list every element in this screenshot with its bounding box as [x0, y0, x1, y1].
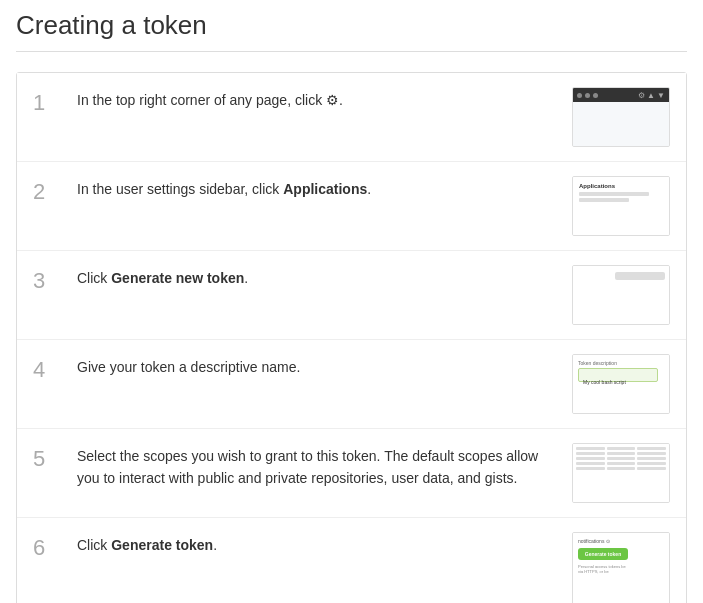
nav-dot-2 — [585, 93, 590, 98]
gen-title: notifications ⊙ — [578, 538, 664, 544]
scope-line — [637, 447, 666, 450]
step-number-6: 6 — [33, 532, 61, 564]
thumb-gen — [573, 266, 669, 324]
apps-label: Applications — [579, 183, 663, 189]
nav-dot-1 — [577, 93, 582, 98]
step-2-bold: Applications — [283, 181, 367, 197]
step-1-image: ⚙ ▲ ▼ — [572, 87, 670, 147]
step-row-2: 2 In the user settings sidebar, click Ap… — [17, 162, 686, 251]
step-4-text: Give your token a descriptive name. — [77, 359, 300, 375]
scope-line — [637, 452, 666, 455]
step-number-1: 1 — [33, 87, 61, 119]
step-content-5: Select the scopes you wish to grant to t… — [77, 443, 556, 490]
step-2-image: Applications — [572, 176, 670, 236]
scope-line — [576, 452, 605, 455]
step-5-image — [572, 443, 670, 503]
scope-line — [637, 467, 666, 470]
step-content-3: Click Generate new token. — [77, 265, 556, 289]
step-row-5: 5 Select the scopes you wish to grant to… — [17, 429, 686, 518]
step-number-5: 5 — [33, 443, 61, 475]
thumb-generate: notifications ⊙ Generate token Personal … — [573, 533, 669, 603]
step-3-text: Click Generate new token. — [77, 270, 248, 286]
scope-line — [637, 462, 666, 465]
scope-col-2 — [607, 447, 636, 499]
step-row-4: 4 Give your token a descriptive name. To… — [17, 340, 686, 429]
nav-gear-icon: ⚙ ▲ ▼ — [638, 91, 665, 100]
steps-container: 1 In the top right corner of any page, c… — [16, 72, 687, 603]
page-container: Creating a token 1 In the top right corn… — [0, 0, 703, 603]
step-row-3: 3 Click Generate new token. — [17, 251, 686, 340]
scope-col-3 — [637, 447, 666, 499]
step-5-text: Select the scopes you wish to grant to t… — [77, 448, 538, 486]
thumb-apps: Applications — [573, 177, 669, 235]
step-row-1: 1 In the top right corner of any page, c… — [17, 73, 686, 162]
scope-col-1 — [576, 447, 605, 499]
desc-label: Token description — [578, 360, 664, 366]
step-content-6: Click Generate token. — [77, 532, 556, 556]
step-3-image — [572, 265, 670, 325]
desc-box: My cool bash script — [578, 368, 658, 382]
scope-line — [607, 457, 636, 460]
apps-line-2 — [579, 198, 629, 202]
step-4-image: Token description My cool bash script — [572, 354, 670, 414]
step-1-text: In the top right corner of any page, cli… — [77, 92, 343, 108]
step-6-bold: Generate token — [111, 537, 213, 553]
page-title: Creating a token — [16, 10, 687, 52]
scope-line — [576, 447, 605, 450]
scope-line — [607, 467, 636, 470]
desc-text: My cool bash script — [583, 379, 626, 385]
scope-line — [576, 457, 605, 460]
nav-dot-3 — [593, 93, 598, 98]
scope-line — [607, 452, 636, 455]
thumb-nav: ⚙ ▲ ▼ — [573, 88, 669, 146]
step-6-image: notifications ⊙ Generate token Personal … — [572, 532, 670, 603]
gear-icon: ⚙ — [326, 92, 339, 108]
scope-line — [576, 462, 605, 465]
step-6-text: Click Generate token. — [77, 537, 217, 553]
gen-green-btn: Generate token — [578, 548, 628, 560]
step-content-1: In the top right corner of any page, cli… — [77, 87, 556, 111]
step-2-text: In the user settings sidebar, click Appl… — [77, 181, 371, 197]
step-content-4: Give your token a descriptive name. — [77, 354, 556, 378]
gen-btn — [615, 272, 665, 280]
step-number-2: 2 — [33, 176, 61, 208]
scope-line — [607, 447, 636, 450]
scope-line — [607, 462, 636, 465]
step-row-6: 6 Click Generate token. notifications ⊙ … — [17, 518, 686, 603]
thumb-desc: Token description My cool bash script — [573, 355, 669, 413]
scope-line — [637, 457, 666, 460]
step-content-2: In the user settings sidebar, click Appl… — [77, 176, 556, 200]
scope-line — [576, 467, 605, 470]
gen-note: Personal access tokens bevia HTTPS, or b… — [578, 564, 664, 574]
step-number-4: 4 — [33, 354, 61, 386]
step-number-3: 3 — [33, 265, 61, 297]
thumb-scopes — [573, 444, 669, 502]
gen-btn-text: Generate token — [585, 551, 621, 557]
apps-line-1 — [579, 192, 649, 196]
step-3-bold: Generate new token — [111, 270, 244, 286]
